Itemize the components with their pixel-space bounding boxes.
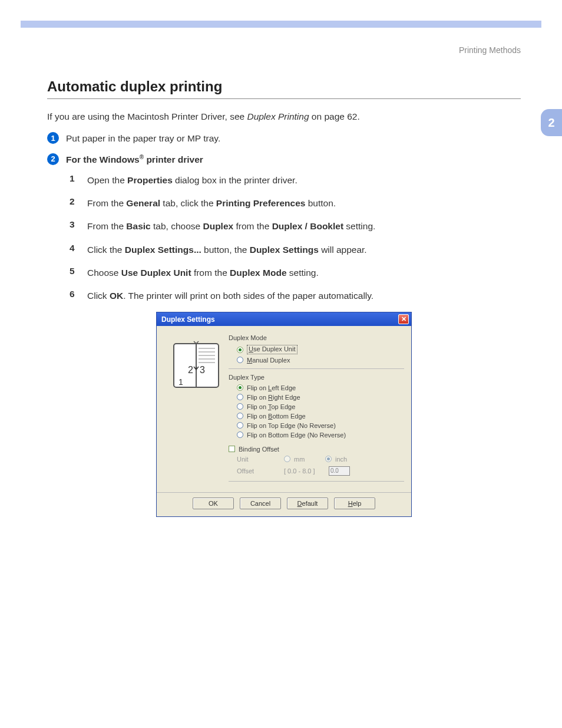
main-step-2: 2 For the Windows® printer driver (47, 153, 521, 166)
step-2-prefix: For the Windows (66, 154, 140, 164)
section-header: Printing Methods (47, 45, 521, 55)
title-rule (47, 98, 521, 99)
step-2-suffix: printer driver (144, 154, 203, 164)
unit-row: Unit mm inch (229, 454, 404, 465)
substep-text: Click the Duplex Settings... button, the… (87, 243, 367, 256)
radio-manual-duplex[interactable]: Manual Duplex (229, 355, 404, 365)
intro-post: on page 62. (309, 111, 360, 121)
svg-text:1: 1 (178, 377, 183, 387)
substep-text: Choose Use Duplex Unit from the Duplex M… (87, 266, 319, 279)
top-accent-bar (21, 21, 541, 28)
substep-5: 5 Choose Use Duplex Unit from the Duplex… (70, 266, 521, 279)
page-title: Automatic duplex printing (47, 78, 521, 95)
step-2-text: For the Windows® printer driver (66, 153, 203, 166)
divider (229, 481, 404, 482)
svg-text:2: 2 (188, 365, 193, 375)
substep-1: 1 Open the Properties dialog box in the … (70, 173, 521, 187)
help-button[interactable]: Help (334, 498, 375, 509)
intro-paragraph: If you are using the Macintosh Printer D… (47, 110, 521, 123)
duplex-type-label: Duplex Type (229, 374, 404, 381)
substep-number: 6 (70, 289, 87, 299)
substep-list: 1 Open the Properties dialog box in the … (70, 173, 521, 303)
substep-number: 3 (70, 219, 87, 230)
registered-mark-icon: ® (140, 154, 144, 160)
radio-flip-bottom-noreverse[interactable]: Flip on Bottom Edge (No Reverse) (229, 430, 404, 440)
substep-2: 2 From the General tab, click the Printi… (70, 196, 521, 210)
default-button[interactable]: Default (287, 498, 328, 509)
substep-3: 3 From the Basic tab, choose Duplex from… (70, 219, 521, 233)
substep-text: From the Basic tab, choose Duplex from t… (87, 219, 375, 233)
dialog-button-row: OK Cancel Default Help (157, 492, 411, 516)
substep-text: Click OK. The printer will print on both… (87, 289, 373, 302)
step-1-text: Put paper in the paper tray or MP tray. (66, 131, 220, 145)
offset-row: Offset [ 0.0 - 8.0 ] 0.0 (229, 465, 404, 477)
dialog-titlebar: Duplex Settings ✕ (157, 312, 411, 326)
step-bullet-icon: 2 (47, 153, 59, 165)
dialog-preview: 2 3 1 (164, 334, 229, 486)
substep-number: 4 (70, 243, 87, 253)
ok-button[interactable]: OK (193, 498, 234, 509)
booklet-icon: 2 3 1 (171, 340, 221, 393)
binding-offset-checkbox[interactable]: Binding Offset (229, 444, 404, 454)
offset-input[interactable]: 0.0 (329, 466, 350, 476)
duplex-mode-label: Duplex Mode (229, 334, 404, 341)
substep-text: From the General tab, click the Printing… (87, 196, 336, 210)
substep-6: 6 Click OK. The printer will print on bo… (70, 289, 521, 302)
close-icon[interactable]: ✕ (398, 314, 409, 324)
dialog-title: Duplex Settings (161, 315, 215, 324)
radio-flip-left[interactable]: Flip on Left Edge (229, 383, 404, 393)
radio-flip-top-noreverse[interactable]: Flip on Top Edge (No Reverse) (229, 421, 404, 430)
substep-number: 5 (70, 266, 87, 276)
substep-number: 1 (70, 173, 87, 184)
radio-flip-top[interactable]: Flip on Top Edge (229, 402, 404, 411)
radio-use-duplex-unit[interactable]: Use Duplex Unit (229, 344, 404, 355)
substep-4: 4 Click the Duplex Settings... button, t… (70, 243, 521, 256)
main-step-1: 1 Put paper in the paper tray or MP tray… (47, 131, 521, 145)
radio-flip-right[interactable]: Flip on Right Edge (229, 393, 404, 402)
svg-text:3: 3 (200, 365, 205, 375)
divider (229, 368, 404, 369)
radio-flip-bottom[interactable]: Flip on Bottom Edge (229, 411, 404, 421)
step-bullet-icon: 1 (47, 132, 59, 144)
intro-link: Duplex Printing (247, 111, 309, 121)
duplex-settings-dialog: Duplex Settings ✕ (156, 312, 412, 516)
cancel-button[interactable]: Cancel (240, 498, 281, 509)
substep-text: Open the Properties dialog box in the pr… (87, 173, 297, 187)
intro-pre: If you are using the Macintosh Printer D… (47, 111, 247, 121)
substep-number: 2 (70, 196, 87, 207)
